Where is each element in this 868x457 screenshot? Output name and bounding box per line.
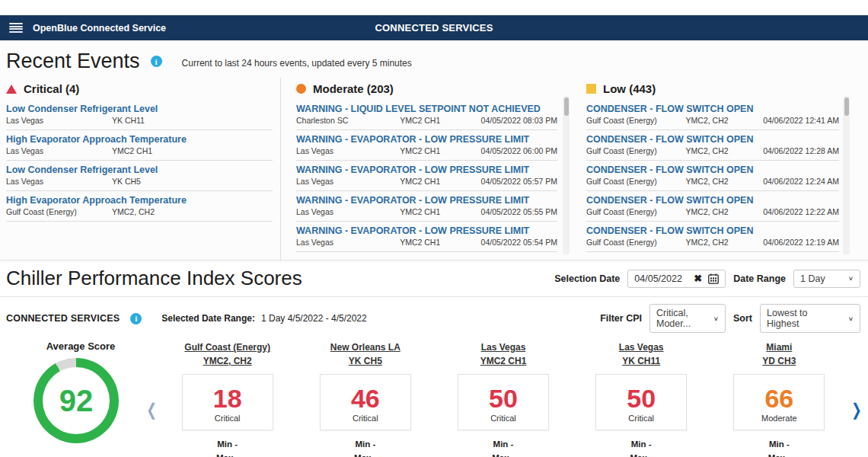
event-title-link[interactable]: WARNING - EVAPORATOR - LOW PRESSURE LIMI…: [296, 134, 557, 145]
event-title-link[interactable]: CONDENSER - FLOW SWITCH OPEN: [586, 225, 839, 236]
event-list: WARNING - LIQUID LEVEL SETPOINT NOT ACHI…: [296, 100, 557, 252]
event-asset: YMC2 CH1: [400, 116, 480, 125]
chiller-asset: YK CH11: [584, 354, 698, 368]
app-title: OpenBlue Connected Service: [33, 23, 166, 34]
event-title-link[interactable]: Low Condenser Refrigerant Level: [6, 165, 273, 175]
score-minmax: Min -Max -: [446, 437, 560, 457]
event-meta: Gulf Coast (Energy)YMC2, CH204/06/2022 1…: [586, 238, 839, 247]
recent-events-section: Recent Events i Current to last 24 hours…: [0, 40, 868, 260]
chiller-link[interactable]: Gulf Coast (Energy)YMC2, CH2: [171, 340, 285, 368]
event-title-link[interactable]: High Evaporator Approach Temperature: [6, 195, 273, 206]
chiller-site: Las Vegas: [584, 340, 698, 354]
chiller-link[interactable]: New Orleans LAYK CH5: [308, 340, 423, 368]
event-site: Gulf Coast (Energy): [586, 146, 686, 155]
event-row: WARNING - EVAPORATOR - LOW PRESSURE LIMI…: [296, 222, 557, 252]
recent-events-title: Recent Events: [6, 50, 140, 73]
cpi-info-icon[interactable]: i: [130, 313, 142, 324]
chevron-down-icon: ∨: [848, 315, 854, 322]
event-asset: YMC2, CH2: [686, 207, 764, 216]
event-row: Low Condenser Refrigerant LevelLas Vegas…: [6, 161, 273, 191]
event-meta: Las VegasYK CH11: [6, 116, 273, 125]
score-severity: Critical: [458, 414, 548, 423]
carousel-right-icon[interactable]: ❯: [851, 398, 862, 421]
event-row: WARNING - LIQUID LEVEL SETPOINT NOT ACHI…: [296, 100, 557, 130]
chiller-link[interactable]: MiamiYD CH3: [722, 340, 836, 368]
event-row: WARNING - EVAPORATOR - LOW PRESSURE LIMI…: [296, 191, 557, 222]
chiller-link[interactable]: Las VegasYMC2 CH1: [446, 340, 560, 368]
event-title-link[interactable]: WARNING - EVAPORATOR - LOW PRESSURE LIMI…: [296, 165, 557, 175]
event-meta: Gulf Coast (Energy)YMC2, CH204/06/2022 1…: [586, 177, 839, 186]
info-icon[interactable]: i: [151, 56, 162, 67]
average-score-value: 92: [59, 384, 94, 418]
event-timestamp: [194, 146, 273, 155]
date-range-select[interactable]: 1 Day ∨: [793, 270, 860, 288]
event-row: High Evaporator Approach TemperatureLas …: [6, 130, 273, 161]
event-timestamp: 04/05/2022 05:54 PM: [480, 238, 557, 247]
event-meta: Gulf Coast (Energy)YMC2, CH204/06/2022 1…: [586, 207, 839, 216]
low-square-icon: [586, 84, 596, 94]
event-row: CONDENSER - FLOW SWITCH OPENGulf Coast (…: [586, 161, 839, 191]
event-title-link[interactable]: CONDENSER - FLOW SWITCH OPEN: [586, 165, 839, 175]
chiller-link[interactable]: Las VegasYK CH11: [584, 340, 698, 368]
clear-date-icon[interactable]: ✖: [694, 273, 702, 283]
event-asset: YMC2 CH1: [400, 177, 480, 186]
score-min: Min -: [446, 437, 560, 451]
event-asset: YK CH11: [112, 116, 194, 125]
score-max: Max -: [308, 451, 423, 457]
carousel-left-icon[interactable]: ❮: [146, 398, 157, 421]
event-meta: Gulf Coast (Energy)YMC2, CH2: [6, 207, 273, 216]
score-minmax: Min -Max -: [171, 437, 285, 457]
selection-date-label: Selection Date: [554, 273, 620, 284]
event-meta: Las VegasYMC2 CH104/05/2022 05:55 PM: [296, 207, 557, 216]
event-row: WARNING - EVAPORATOR - LOW PRESSURE LIMI…: [296, 130, 557, 161]
cpi-card: New Orleans LAYK CH546CriticalMin -Max -: [308, 340, 423, 457]
moderate-circle-icon: [296, 84, 306, 94]
event-title-link[interactable]: CONDENSER - FLOW SWITCH OPEN: [586, 104, 839, 114]
event-site: Gulf Coast (Energy): [586, 207, 686, 216]
score-max: Max -: [446, 451, 560, 457]
filter-cpi-label: Filter CPI: [600, 313, 642, 324]
calendar-icon[interactable]: [708, 273, 719, 284]
event-site: Gulf Coast (Energy): [6, 207, 112, 216]
event-site: Las Vegas: [296, 146, 400, 155]
moderate-scrollbar[interactable]: [563, 96, 570, 255]
event-site: Las Vegas: [296, 207, 400, 216]
low-scrollbar[interactable]: [843, 96, 850, 255]
menu-icon[interactable]: [9, 23, 23, 33]
low-scrollbar-thumb[interactable]: [844, 97, 849, 116]
event-title-link[interactable]: WARNING - EVAPORATOR - LOW PRESSURE LIMI…: [296, 195, 557, 206]
event-title-link[interactable]: Low Condenser Refrigerant Level: [6, 104, 273, 114]
moderate-scrollbar-thumb[interactable]: [564, 97, 569, 116]
score-severity: Critical: [321, 414, 410, 423]
event-timestamp: 04/06/2022 12:24 AM: [763, 177, 839, 186]
event-asset: YMC2, CH2: [686, 177, 764, 186]
score-card: 18Critical: [182, 374, 273, 430]
selection-date-input[interactable]: 04/05/2022 ✖: [627, 270, 726, 288]
event-site: Las Vegas: [296, 238, 400, 247]
event-title-link[interactable]: WARNING - EVAPORATOR - LOW PRESSURE LIMI…: [296, 225, 557, 236]
event-timestamp: 04/06/2022 12:22 AM: [763, 207, 839, 216]
event-site: Las Vegas: [6, 116, 112, 125]
cpi-card: Las VegasYK CH1150CriticalMin -Max -: [584, 340, 698, 457]
event-asset: YMC2 CH1: [400, 238, 480, 247]
sort-select[interactable]: Lowest to Highest ∨: [760, 304, 860, 333]
filter-cpi-select[interactable]: Critical, Moder... ∨: [649, 304, 726, 333]
event-title-link[interactable]: WARNING - LIQUID LEVEL SETPOINT NOT ACHI…: [296, 104, 557, 114]
event-meta: Gulf Coast (Energy)YMC2, CH204/06/2022 1…: [586, 146, 839, 155]
average-score-donut: 92: [34, 358, 119, 443]
event-site: Gulf Coast (Energy): [586, 177, 686, 186]
moderate-column-header: Moderate (203): [296, 79, 557, 100]
score-min: Min -: [171, 437, 285, 451]
event-title-link[interactable]: CONDENSER - FLOW SWITCH OPEN: [586, 134, 839, 145]
score-minmax: Min -Max -: [584, 437, 698, 457]
event-row: CONDENSER - FLOW SWITCH OPENGulf Coast (…: [586, 130, 839, 161]
event-timestamp: 04/06/2022 12:19 AM: [763, 238, 839, 247]
cpi-card: Las VegasYMC2 CH150CriticalMin -Max -: [446, 340, 560, 457]
event-asset: YMC2 CH1: [112, 146, 194, 155]
event-asset: YMC2 CH1: [400, 207, 480, 216]
sort-value: Lowest to Highest: [767, 308, 841, 329]
chiller-asset: YMC2 CH1: [446, 354, 560, 368]
event-title-link[interactable]: High Evaporator Approach Temperature: [6, 134, 273, 145]
chevron-down-icon: ∨: [848, 275, 854, 282]
event-title-link[interactable]: CONDENSER - FLOW SWITCH OPEN: [586, 195, 839, 206]
